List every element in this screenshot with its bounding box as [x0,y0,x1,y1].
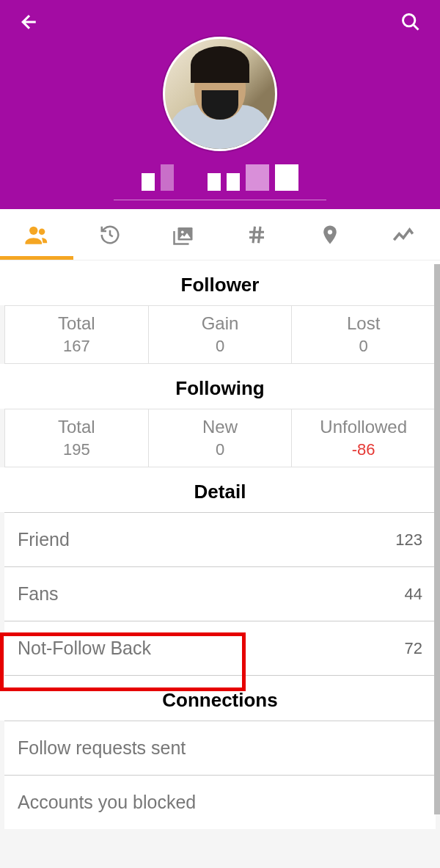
detail-value: 72 [405,639,422,658]
stat-value: -86 [292,440,435,459]
stat-label: Unfollowed [292,417,435,437]
detail-label: Fans [18,583,59,605]
search-icon [400,12,421,32]
detail-label: Friend [18,529,70,550]
tab-hashtag[interactable] [220,209,293,260]
scrollbar[interactable] [434,264,440,814]
media-icon [172,224,194,246]
profile-header [0,0,440,209]
following-section-title: Following [0,364,440,409]
analytics-icon [391,222,416,247]
tab-people[interactable] [0,209,73,260]
stat-value: 195 [5,440,148,459]
svg-point-4 [181,230,184,233]
following-total[interactable]: Total 195 [5,409,149,467]
search-button[interactable] [396,7,425,37]
follower-gain[interactable]: Gain 0 [149,306,293,363]
back-button[interactable] [15,7,44,37]
history-icon [99,224,121,246]
tab-location[interactable] [293,209,367,260]
hashtag-icon [246,224,268,246]
tab-media[interactable] [147,209,220,260]
detail-fans[interactable]: Fans 44 [4,567,436,621]
svg-point-2 [39,228,45,235]
detail-list: Friend 123 Fans 44 Not-Follow Back 72 [4,512,436,676]
stat-label: New [149,417,292,437]
stat-label: Total [5,417,148,437]
avatar[interactable] [163,37,277,151]
stat-value: 0 [149,337,292,356]
tab-bar [0,209,440,260]
follower-section-title: Follower [0,260,440,305]
detail-section-title: Detail [0,467,440,512]
connections-blocked[interactable]: Accounts you blocked [4,776,436,829]
stat-value: 0 [149,440,292,459]
connections-follow-requests[interactable]: Follow requests sent [4,721,436,776]
stat-label: Gain [149,313,292,334]
detail-label: Not-Follow Back [18,638,151,659]
location-icon [319,224,341,246]
tab-analytics[interactable] [367,209,440,260]
stat-label: Lost [292,313,435,334]
connections-section-title: Connections [0,676,440,721]
follower-stats: Total 167 Gain 0 Lost 0 [4,305,436,364]
people-icon [24,222,49,247]
username-redacted [142,164,298,191]
connections-list: Follow requests sent Accounts you blocke… [4,721,436,829]
following-new[interactable]: New 0 [149,409,293,467]
stat-value: 0 [292,337,435,356]
arrow-back-icon [18,11,40,33]
follower-lost[interactable]: Lost 0 [292,306,435,363]
following-stats: Total 195 New 0 Unfollowed -86 [4,409,436,467]
tab-history[interactable] [73,209,147,260]
svg-point-0 [403,15,415,26]
svg-point-5 [328,230,332,234]
detail-label: Accounts you blocked [18,792,196,813]
following-unfollowed[interactable]: Unfollowed -86 [292,409,435,467]
follower-total[interactable]: Total 167 [5,306,149,363]
stat-value: 167 [5,337,148,356]
detail-not-follow-back[interactable]: Not-Follow Back 72 [4,621,436,676]
detail-label: Follow requests sent [18,737,186,759]
detail-value: 123 [395,530,422,550]
svg-point-1 [29,226,37,234]
detail-friend[interactable]: Friend 123 [4,512,436,567]
username-underline [114,200,326,200]
stat-label: Total [5,313,148,334]
detail-value: 44 [405,585,422,604]
